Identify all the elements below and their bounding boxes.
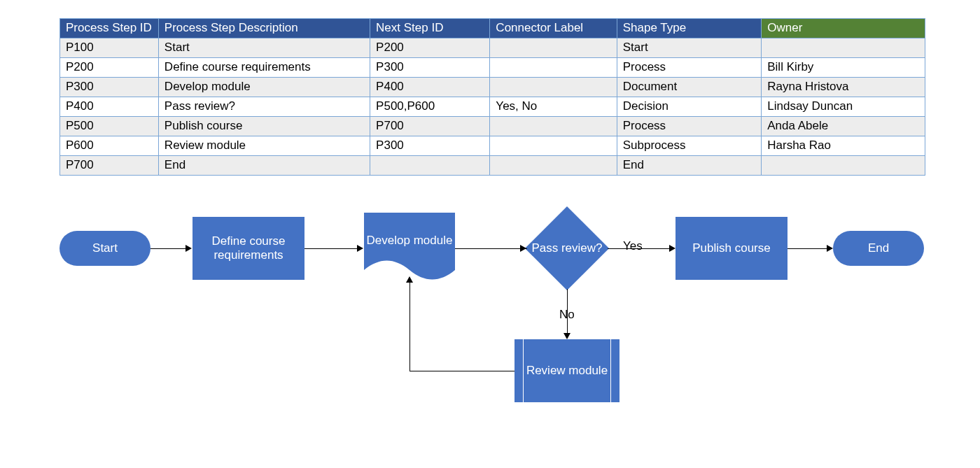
page: Process Step ID Process Step Description…: [0, 0, 980, 468]
cell-id: P500: [60, 117, 159, 136]
th-step-id: Process Step ID: [60, 19, 159, 38]
cell-id: P300: [60, 78, 159, 97]
cell-id: P200: [60, 58, 159, 78]
table-row: P600 Review module P300 Subprocess Harsh…: [60, 136, 925, 156]
cell-owner: Anda Abele: [762, 117, 925, 136]
arrowhead-icon: [827, 245, 833, 252]
flow-end: End: [833, 231, 924, 266]
cell-shape: Document: [617, 78, 762, 97]
flow-end-label: End: [868, 241, 889, 255]
arrowhead-icon: [520, 245, 526, 252]
table-row: P400 Pass review? P500,P600 Yes, No Deci…: [60, 97, 925, 117]
cell-conn: [490, 38, 617, 58]
flow-develop-module-label: Develop module: [364, 213, 455, 269]
flow-pass-review-text: Pass review?: [531, 241, 602, 255]
cell-shape: End: [617, 156, 762, 176]
flow-pass-review: Pass review?: [525, 206, 609, 290]
cell-next: [370, 156, 490, 176]
cell-next: P700: [370, 117, 490, 136]
flow-develop-module-text: Develop module: [367, 234, 453, 248]
cell-next: P300: [370, 136, 490, 156]
cell-desc: End: [158, 156, 370, 176]
table-row: P200 Define course requirements P300 Pro…: [60, 58, 925, 78]
flow-pass-review-label: Pass review?: [525, 206, 609, 290]
flow-publish-course: Publish course: [676, 217, 788, 280]
connector: [455, 248, 527, 249]
th-step-desc: Process Step Description: [158, 19, 370, 38]
cell-owner: Lindsay Duncan: [762, 97, 925, 117]
connector: [150, 248, 186, 249]
arrowhead-icon: [357, 245, 363, 252]
flow-publish-course-label: Publish course: [687, 241, 776, 255]
flow-define-requirements: Define course requirements: [192, 217, 304, 280]
cell-owner: Rayna Hristova: [762, 78, 925, 97]
flow-start-label: Start: [92, 241, 118, 255]
cell-conn: Yes, No: [490, 97, 617, 117]
flow-start: Start: [59, 231, 150, 266]
cell-desc: Review module: [158, 136, 370, 156]
cell-conn: [490, 78, 617, 97]
cell-owner: [762, 156, 925, 176]
cell-next: P500,P600: [370, 97, 490, 117]
th-owner: Owner: [762, 19, 925, 38]
cell-id: P700: [60, 156, 159, 176]
flowchart: Start Define course requirements Develop…: [59, 203, 925, 434]
flow-develop-module: Develop module: [364, 213, 455, 283]
connector-label-yes: Yes: [623, 239, 643, 253]
cell-next: P200: [370, 38, 490, 58]
flow-review-module: Review module: [514, 339, 620, 402]
process-table: Process Step ID Process Step Description…: [59, 18, 925, 176]
cell-owner: Harsha Rao: [762, 136, 925, 156]
cell-shape: Decision: [617, 97, 762, 117]
table-row: P700 End End: [60, 156, 925, 176]
arrowhead-icon: [564, 333, 570, 339]
table-row: P300 Develop module P400 Document Rayna …: [60, 78, 925, 97]
table-header-row: Process Step ID Process Step Description…: [60, 19, 925, 38]
connector: [410, 283, 410, 371]
cell-shape: Start: [617, 38, 762, 58]
cell-desc: Develop module: [158, 78, 370, 97]
cell-shape: Subprocess: [617, 136, 762, 156]
connector: [304, 248, 357, 249]
cell-id: P100: [60, 38, 159, 58]
cell-id: P400: [60, 97, 159, 117]
arrowhead-icon: [406, 276, 413, 283]
cell-conn: [490, 117, 617, 136]
cell-conn: [490, 136, 617, 156]
th-next-step: Next Step ID: [370, 19, 490, 38]
cell-owner: Bill Kirby: [762, 58, 925, 78]
arrowhead-icon: [669, 245, 676, 252]
cell-conn: [490, 156, 617, 176]
cell-next: P300: [370, 58, 490, 78]
table-row: P100 Start P200 Start: [60, 38, 925, 58]
th-connector: Connector Label: [490, 19, 617, 38]
connector: [410, 371, 514, 371]
cell-desc: Start: [158, 38, 370, 58]
cell-id: P600: [60, 136, 159, 156]
flow-define-requirements-label: Define course requirements: [192, 234, 304, 263]
th-shape-type: Shape Type: [617, 19, 762, 38]
table-row: P500 Publish course P700 Process Anda Ab…: [60, 117, 925, 136]
cell-shape: Process: [617, 117, 762, 136]
cell-shape: Process: [617, 58, 762, 78]
cell-next: P400: [370, 78, 490, 97]
cell-owner: [762, 38, 925, 58]
arrowhead-icon: [186, 245, 192, 252]
cell-desc: Define course requirements: [158, 58, 370, 78]
connector-label-no: No: [559, 308, 575, 322]
connector: [788, 248, 827, 249]
cell-desc: Publish course: [158, 117, 370, 136]
cell-conn: [490, 58, 617, 78]
cell-desc: Pass review?: [158, 97, 370, 117]
flow-review-module-label: Review module: [526, 364, 608, 378]
